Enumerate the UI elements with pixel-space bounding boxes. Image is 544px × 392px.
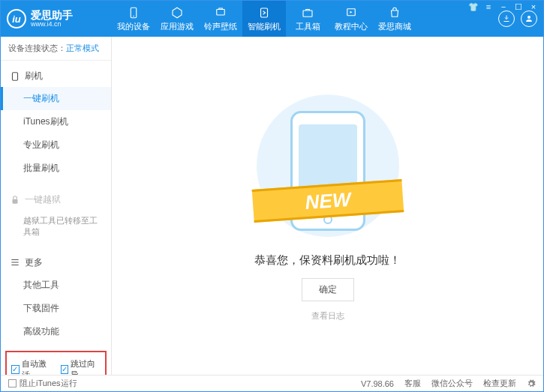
customer-service-link[interactable]: 客服 (404, 378, 421, 389)
checkbox-auto-activate[interactable]: ✓自动激活 (11, 358, 52, 375)
sidebar-item-flash-1[interactable]: iTunes刷机 (1, 110, 111, 133)
minimize-button[interactable]: − (497, 1, 509, 12)
logo-area: iu 爱思助手 www.i4.cn (7, 9, 112, 28)
logo-icon: iu (7, 9, 26, 28)
nav-label: 我的设备 (117, 21, 150, 32)
gear-icon[interactable] (527, 379, 536, 388)
status-mode: 正常模式 (66, 43, 99, 52)
nav-shop[interactable]: 爱思商城 (373, 1, 416, 37)
svg-rect-3 (261, 8, 268, 17)
footer: 阻止iTunes运行 V7.98.66 客服 微信公众号 检查更新 (1, 375, 543, 391)
sidebar-item-flash-3[interactable]: 批量刷机 (1, 157, 111, 180)
section-more-title: 更多 (25, 256, 43, 269)
flash-icon (10, 71, 20, 82)
section-flash-header[interactable]: 刷机 (1, 65, 111, 87)
block-itunes-checkbox[interactable]: 阻止iTunes运行 (8, 378, 77, 389)
view-log-link[interactable]: 查看日志 (311, 310, 344, 322)
menu-button[interactable]: ≡ (482, 1, 494, 12)
toolbox-icon (301, 6, 314, 19)
nav-toolbox[interactable]: 工具箱 (286, 1, 329, 37)
nav-label: 应用游戏 (161, 21, 194, 32)
svg-point-6 (527, 16, 530, 19)
nav-tutorial[interactable]: 教程中心 (329, 1, 373, 37)
nav-flash[interactable]: 智能刷机 (242, 1, 286, 37)
sidebar: 设备连接状态：正常模式 刷机 一键刷机iTunes刷机专业刷机批量刷机 一键越狱… (1, 37, 112, 375)
sidebar-item-flash-2[interactable]: 专业刷机 (1, 133, 111, 157)
checkbox-highlight-box: ✓自动激活 ✓跳过向导 (5, 351, 107, 375)
illustration: NEW (268, 97, 388, 240)
nav: 我的设备应用游戏铃声壁纸智能刷机工具箱教程中心爱思商城 (112, 1, 416, 37)
nav-label: 爱思商城 (378, 21, 411, 32)
status-label: 设备连接状态： (8, 43, 66, 52)
ringtone-icon (214, 6, 227, 19)
sidebar-item-flash-0[interactable]: 一键刷机 (1, 87, 111, 110)
nav-label: 教程中心 (335, 21, 368, 32)
more-icon (10, 257, 20, 268)
success-message: 恭喜您，保资料刷机成功啦！ (254, 253, 401, 268)
checkbox-auto-activate-label: 自动激活 (22, 358, 52, 375)
brand-name: 爱思助手 (31, 10, 73, 20)
svg-point-1 (133, 15, 134, 16)
section-flash-title: 刷机 (25, 70, 43, 82)
block-itunes-label: 阻止iTunes运行 (20, 378, 77, 389)
checkbox-skip-guide[interactable]: ✓跳过向导 (61, 358, 101, 375)
svg-rect-4 (303, 10, 312, 16)
user-button[interactable] (521, 10, 537, 27)
nav-label: 铃声壁纸 (204, 21, 237, 32)
sidebar-item-more-0[interactable]: 其他工具 (1, 274, 111, 297)
section-more-header[interactable]: 更多 (1, 252, 111, 274)
checkbox-skip-guide-label: 跳过向导 (71, 358, 101, 375)
ok-button[interactable]: 确定 (302, 278, 354, 301)
svg-rect-7 (13, 72, 18, 80)
nav-apps[interactable]: 应用游戏 (155, 1, 199, 37)
jailbreak-note: 越狱工具已转移至工具箱 (1, 211, 111, 243)
flash-icon (257, 6, 271, 19)
skin-button[interactable]: 👕 (467, 1, 479, 12)
section-jailbreak-header: 一键越狱 (1, 189, 111, 211)
check-update-link[interactable]: 检查更新 (483, 378, 516, 389)
new-banner: NEW (251, 179, 404, 223)
main-content: NEW 恭喜您，保资料刷机成功啦！ 确定 查看日志 (112, 37, 543, 375)
lock-icon (10, 195, 20, 205)
nav-ringtone[interactable]: 铃声壁纸 (199, 1, 242, 37)
nav-label: 智能刷机 (248, 21, 281, 32)
section-jailbreak-title: 一键越狱 (25, 193, 61, 206)
nav-phone[interactable]: 我的设备 (112, 1, 155, 37)
tutorial-icon (344, 6, 358, 19)
shop-icon (388, 6, 401, 19)
version-label: V7.98.66 (361, 379, 394, 388)
phone-icon (127, 6, 140, 19)
svg-rect-8 (13, 199, 18, 203)
header: iu 爱思助手 www.i4.cn 我的设备应用游戏铃声壁纸智能刷机工具箱教程中… (1, 1, 543, 37)
brand-url: www.i4.cn (31, 20, 73, 28)
svg-rect-2 (217, 9, 225, 15)
close-button[interactable]: × (527, 1, 539, 12)
nav-label: 工具箱 (296, 21, 320, 32)
connection-status: 设备连接状态：正常模式 (1, 37, 111, 61)
wechat-link[interactable]: 微信公众号 (431, 378, 473, 389)
sidebar-item-more-2[interactable]: 高级功能 (1, 320, 111, 343)
maximize-button[interactable]: ☐ (512, 1, 524, 12)
apps-icon (170, 6, 184, 19)
download-button[interactable] (498, 10, 515, 27)
sidebar-item-more-1[interactable]: 下载固件 (1, 297, 111, 320)
